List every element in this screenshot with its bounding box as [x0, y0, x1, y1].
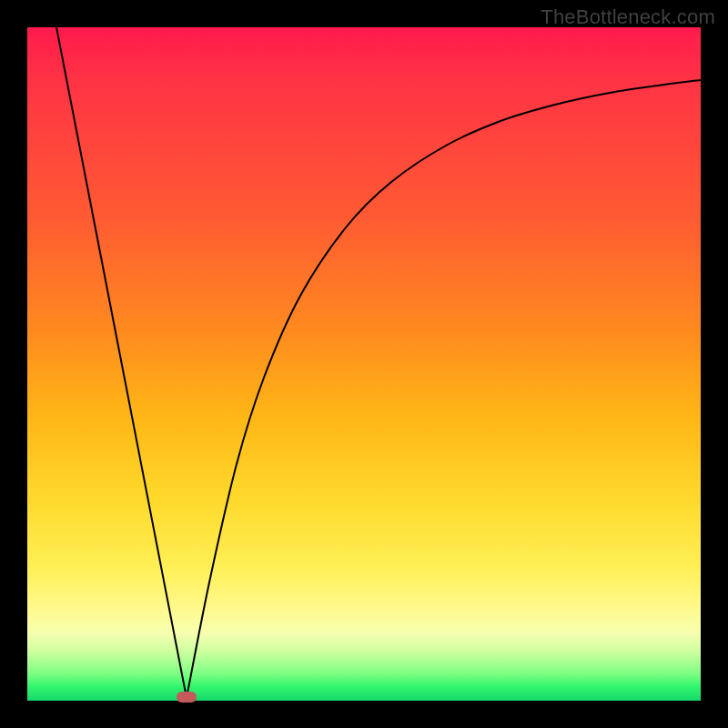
- chart-frame: TheBottleneck.com: [0, 0, 728, 728]
- curve-path: [56, 27, 701, 698]
- watermark-text: TheBottleneck.com: [541, 5, 715, 29]
- optimal-marker: [177, 692, 197, 703]
- bottleneck-curve: [27, 27, 701, 701]
- plot-area: [27, 27, 701, 701]
